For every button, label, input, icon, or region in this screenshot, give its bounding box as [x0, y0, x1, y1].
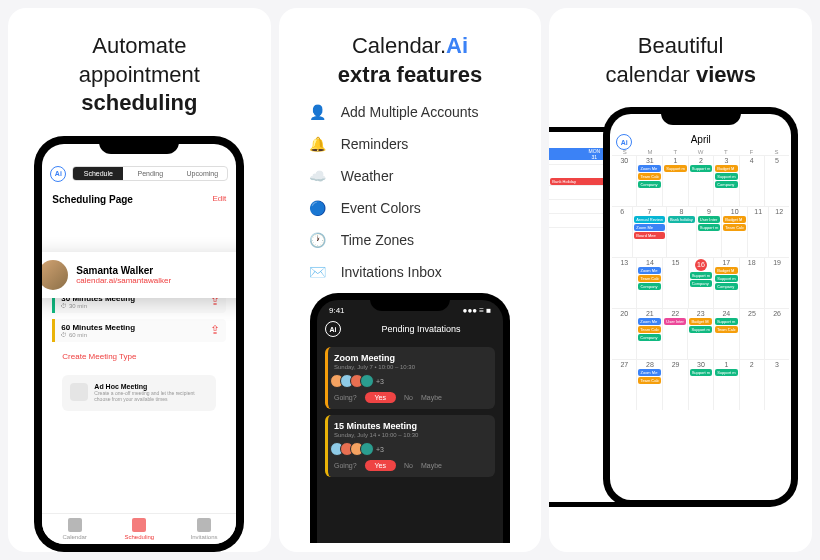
tab-upcoming[interactable]: Upcoming	[177, 167, 227, 180]
panel-features: Calendar.Ai extra features 👤Add Multiple…	[279, 8, 542, 552]
phone-mockup-2: 9:41●●● ≡ ■ Ai Pending Invatations Zoom …	[310, 293, 510, 543]
scheduling-icon	[132, 518, 146, 532]
phone-mockup-1: Ai Schedule Pending Upcoming Scheduling …	[34, 136, 244, 552]
feature-inbox: ✉️Invitations Inbox	[309, 263, 512, 281]
meeting-type-item[interactable]: 60 Minutes Meeting⏱ 60 min ⇪	[52, 319, 226, 342]
phone-notch	[99, 136, 179, 154]
day-of-week-row: SMTWTFS	[610, 149, 791, 155]
status-icons: ●●● ≡ ■	[463, 306, 491, 315]
create-meeting-type-link[interactable]: Create Meeting Type	[52, 348, 226, 365]
meeting-list: 15 Minutes Meeting⏱ 15 min ⇪ 30 Minutes …	[42, 211, 236, 411]
headline-accent: Ai	[446, 33, 468, 58]
headline-text: calendar	[605, 62, 696, 87]
feature-label: Event Colors	[341, 200, 421, 216]
inbox-icon	[197, 518, 211, 532]
more-count: +3	[376, 378, 384, 385]
palette-icon: 🔵	[309, 199, 327, 217]
feature-colors: 🔵Event Colors	[309, 199, 512, 217]
envelope-icon: ✉️	[309, 263, 327, 281]
headline-3: Beautiful calendar views	[595, 8, 765, 97]
attendee-avatars: +3	[334, 374, 489, 388]
invite-title: Zoom Meeting	[334, 353, 489, 363]
edit-button[interactable]: Edit	[213, 194, 227, 205]
allday-label: All Day	[549, 165, 550, 178]
clock-icon: 🕐	[309, 231, 327, 249]
maybe-button[interactable]: Maybe	[421, 462, 442, 469]
app-logo-icon: Ai	[50, 166, 66, 182]
headline-1: Automate appointment scheduling	[69, 8, 210, 126]
headline-bold: extra features	[338, 62, 482, 87]
meeting-title: 60 Minutes Meeting	[61, 323, 135, 332]
app-logo-icon: Ai	[616, 134, 632, 150]
month-label: April	[691, 134, 711, 145]
going-label: Going?	[334, 462, 357, 469]
rsvp-actions: Going? Yes No Maybe	[334, 460, 489, 471]
user-card[interactable]: Samanta Walker calendar.ai/samantawalker…	[42, 252, 236, 298]
more-count: +3	[376, 446, 384, 453]
feature-label: Invitations Inbox	[341, 264, 442, 280]
feature-list: 👤Add Multiple Accounts 🔔Reminders ☁️Weat…	[279, 97, 542, 293]
feature-accounts: 👤Add Multiple Accounts	[309, 103, 512, 121]
dark-header: Ai Pending Invatations	[317, 317, 503, 341]
user-name: Samanta Walker	[76, 265, 171, 276]
going-label: Going?	[334, 394, 357, 401]
rsvp-actions: Going? Yes No Maybe	[334, 392, 489, 403]
no-button[interactable]: No	[404, 394, 413, 401]
user-url[interactable]: calendar.ai/samantawalker	[76, 276, 171, 285]
adhoc-title: Ad Hoc Meeting	[94, 383, 208, 390]
phone-screen: Ai April SMTWTFS 30 31Zoom MeTeam CalcCo…	[610, 114, 791, 500]
yes-button[interactable]: Yes	[365, 392, 396, 403]
headline-bold: scheduling	[81, 90, 197, 115]
user-avatar	[42, 260, 68, 290]
screen-title: Pending Invatations	[381, 324, 460, 334]
invite-date: Sunday, July 14 • 10:00 – 10:30	[334, 432, 489, 438]
nav-invitations[interactable]: Invitations	[172, 514, 237, 544]
phone-notch	[370, 293, 450, 311]
maybe-button[interactable]: Maybe	[421, 394, 442, 401]
headline-text: Calendar.	[352, 33, 446, 58]
feature-reminders: 🔔Reminders	[309, 135, 512, 153]
feature-weather: ☁️Weather	[309, 167, 512, 185]
phone-group: MON31 All Day Bank Holiday 10:00 11:00 1…	[549, 107, 812, 507]
tab-schedule[interactable]: Schedule	[73, 167, 123, 180]
nav-calendar[interactable]: Calendar	[42, 514, 107, 544]
section-header: Scheduling Page Edit	[42, 188, 236, 211]
panel-scheduling: Automate appointment scheduling Ai Sched…	[8, 8, 271, 552]
phone-mockup-month: Ai April SMTWTFS 30 31Zoom MeTeam CalcCo…	[603, 107, 798, 507]
share-icon[interactable]: ⇪	[210, 323, 220, 337]
invitation-card[interactable]: 15 Minutes Meeting Sunday, July 14 • 10:…	[325, 415, 495, 477]
no-button[interactable]: No	[404, 462, 413, 469]
feature-label: Time Zones	[341, 232, 414, 248]
bell-icon: 🔔	[309, 135, 327, 153]
segment-tabs[interactable]: Schedule Pending Upcoming	[72, 166, 228, 181]
feature-label: Add Multiple Accounts	[341, 104, 479, 120]
panel-views: Beautiful calendar views MON31 All Day B…	[549, 8, 812, 552]
month-grid[interactable]: 30 31Zoom MeTeam CalcCompany 1Support m …	[610, 155, 791, 410]
tab-pending[interactable]: Pending	[125, 167, 175, 180]
headline-bold: views	[696, 62, 756, 87]
nav-scheduling[interactable]: Scheduling	[107, 514, 172, 544]
app-logo-icon: Ai	[325, 321, 341, 337]
status-time: 9:41	[329, 306, 345, 315]
headline-text: appointment	[79, 62, 200, 87]
feature-label: Reminders	[341, 136, 409, 152]
adhoc-icon	[70, 383, 88, 401]
page-title: Scheduling Page	[52, 194, 133, 205]
calendar-icon	[68, 518, 82, 532]
phone-screen: Ai Schedule Pending Upcoming Scheduling …	[42, 144, 236, 544]
adhoc-card[interactable]: Ad Hoc MeetingCreate a one-off meeting a…	[62, 375, 216, 411]
bottom-nav: Calendar Scheduling Invitations	[42, 513, 236, 544]
headline-2: Calendar.Ai extra features	[328, 8, 492, 97]
user-info: Samanta Walker calendar.ai/samantawalker	[76, 265, 171, 285]
headline-text: Beautiful	[638, 33, 724, 58]
cloud-icon: ☁️	[309, 167, 327, 185]
phone-screen-dark: 9:41●●● ≡ ■ Ai Pending Invatations Zoom …	[317, 300, 503, 543]
adhoc-desc: Create a one-off meeting and let the rec…	[94, 390, 208, 403]
attendee-avatars: +3	[334, 442, 489, 456]
yes-button[interactable]: Yes	[365, 460, 396, 471]
feature-label: Weather	[341, 168, 394, 184]
invite-date: Sunday, July 7 • 10:00 – 10:30	[334, 364, 489, 370]
meeting-duration: ⏱ 60 min	[61, 332, 135, 338]
invitation-card[interactable]: Zoom Meeting Sunday, July 7 • 10:00 – 10…	[325, 347, 495, 409]
invite-title: 15 Minutes Meeting	[334, 421, 489, 431]
